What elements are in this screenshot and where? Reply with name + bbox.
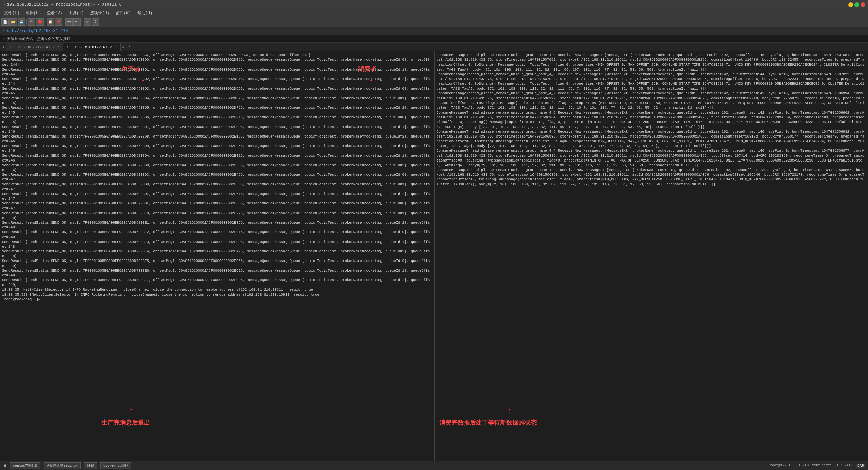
tab-nav-right[interactable]: ▶ xyxy=(121,43,127,51)
warning-icon: ⚠ xyxy=(3,36,5,41)
toolbar-sep-4 xyxy=(82,19,82,25)
toolbar-open[interactable]: 📂 xyxy=(9,18,17,26)
title-bar-left: ⚡ 192.168.81.210:22 - root@localhost:~ -… xyxy=(3,2,122,7)
app-icon: ⚡ xyxy=(3,2,5,7)
window-controls[interactable] xyxy=(848,2,865,7)
toolbar-sep-1 xyxy=(26,19,27,25)
menu-view[interactable]: 查看(V) xyxy=(44,9,65,17)
menu-file[interactable]: 文件(F) xyxy=(1,9,22,17)
toolbar-disconnect[interactable]: ⛔ xyxy=(36,18,44,26)
minimize-button[interactable] xyxy=(848,2,853,7)
tab-2-close[interactable]: × xyxy=(115,45,117,49)
taskbar-item-4[interactable]: dockerhub密码 xyxy=(100,462,131,469)
toolbar-font-size-up[interactable]: A+ xyxy=(65,18,73,26)
tab-nav-left[interactable]: ◀ xyxy=(0,43,6,51)
menu-bar: 文件(F) 编辑(E) 查看(V) 工具(T) 选项卡(B) 窗口(W) 帮助(… xyxy=(0,9,868,17)
session-address: ssh://root@192.168.81.210 xyxy=(7,29,68,33)
tab-new[interactable]: + xyxy=(127,43,133,51)
taskbar-item-3[interactable]: 睡眠 xyxy=(84,462,97,469)
toolbar-sep-2 xyxy=(45,19,45,25)
menu-help[interactable]: 帮助(H) xyxy=(134,9,155,17)
toolbar-paste[interactable]: 📌 xyxy=(55,18,62,26)
tab-1-dot: ● xyxy=(9,45,11,48)
status-right-info: SSH2 11x25 51 / 2410 xyxy=(812,464,852,467)
toolbar-new-session[interactable]: 📄 xyxy=(1,18,9,26)
tab-1-label: 1 192.168.81.210:22 xyxy=(13,45,55,49)
menu-edit[interactable]: 编辑(E) xyxy=(23,9,44,17)
right-terminal-panel[interactable]: ConsumeMessageThread_please_rename_uniqu… xyxy=(435,51,868,461)
toolbar: 📄 📂 💾 🔌 ⛔ 📋 📌 A+ A- ⚙ ? xyxy=(0,17,868,27)
session-bar: ⚡ ssh://root@192.168.81.210 xyxy=(0,27,868,35)
toolbar-help[interactable]: ? xyxy=(92,18,99,26)
toolbar-save[interactable]: 💾 xyxy=(18,18,25,26)
toolbar-settings[interactable]: ⚙ xyxy=(84,18,91,26)
taskbar-item-2[interactable]: 关闭防火墙seLinux xyxy=(44,462,81,469)
toolbar-font-size-down[interactable]: A- xyxy=(73,18,81,26)
tab-2-dot: ● xyxy=(67,45,68,48)
toolbar-connect[interactable]: 🔌 xyxy=(28,18,35,26)
tab-2-label: 1 192.168.81.210:22 xyxy=(70,45,112,49)
window-title: 192.168.81.210:22 - root@localhost:~ - X… xyxy=(7,2,121,7)
close-button[interactable] xyxy=(861,2,865,7)
title-bar: ⚡ 192.168.81.210:22 - root@localhost:~ -… xyxy=(0,0,868,9)
cap-indicator: CAP xyxy=(856,464,865,468)
toolbar-sep-3 xyxy=(64,19,64,25)
main-content: SendResult [sendStatus=SEND_OK, msgId=7F… xyxy=(0,51,868,461)
tab-2[interactable]: ● 1 192.168.81.210:22 × xyxy=(63,43,120,51)
left-terminal-text: SendResult [sendStatus=SEND_OK, msgId=7F… xyxy=(0,51,434,461)
tab-bar: ◀ ● 1 192.168.81.210:22 × ● 1 192.168.81… xyxy=(0,43,868,51)
session-icon: ⚡ xyxy=(3,28,5,34)
right-terminal-text: ConsumeMessageThread_please_rename_uniqu… xyxy=(435,51,868,461)
tab-1-close[interactable]: × xyxy=(57,45,59,49)
menu-tools[interactable]: 工具(T) xyxy=(66,9,87,17)
menu-tab[interactable]: 选项卡(B) xyxy=(87,9,112,17)
status-left-info: root@192.168.81.210 xyxy=(770,464,809,467)
status-icon: 🖥 xyxy=(3,463,6,468)
maximize-button[interactable] xyxy=(854,2,859,7)
tab-1[interactable]: ● 1 192.168.81.210:22 × xyxy=(6,43,63,51)
warning-text: 要添加当前会话，点击左侧的某头按钮。 xyxy=(7,36,74,41)
taskbar-item-1[interactable]: centos7镜像测 xyxy=(10,462,40,469)
menu-window[interactable]: 窗口(W) xyxy=(113,9,134,17)
warning-bar: ⚠ 要添加当前会话，点击左侧的某头按钮。 xyxy=(0,35,868,43)
left-terminal-panel[interactable]: SendResult [sendStatus=SEND_OK, msgId=7F… xyxy=(0,51,435,461)
status-bar: 🖥 centos7镜像测 关闭防火墙seLinux 睡眠 dockerhub密码… xyxy=(0,461,868,470)
toolbar-copy[interactable]: 📋 xyxy=(47,18,54,26)
